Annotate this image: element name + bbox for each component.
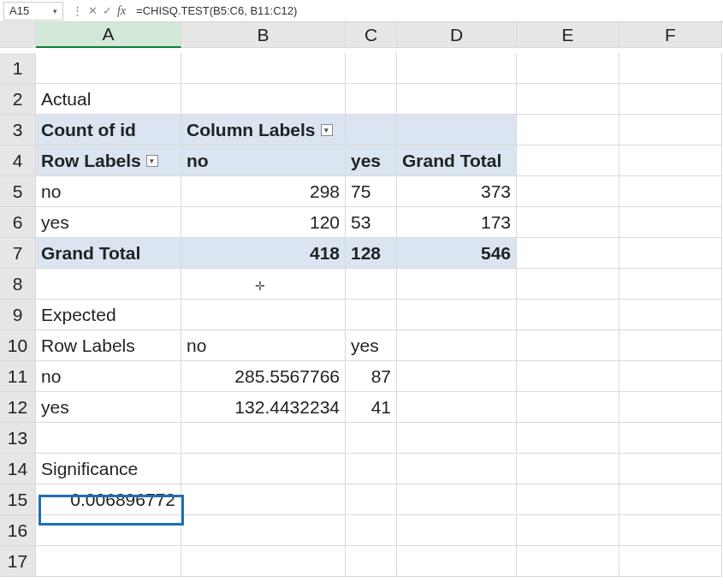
row-header-14[interactable]: 14: [0, 454, 36, 484]
cell-B15[interactable]: [181, 484, 346, 515]
cell-E8[interactable]: [517, 269, 619, 300]
cell-C14[interactable]: [346, 454, 397, 484]
cell-F14[interactable]: [619, 454, 722, 484]
cell-F6[interactable]: [619, 207, 722, 238]
cell-E4[interactable]: [517, 146, 619, 176]
cell-C11[interactable]: 87: [346, 361, 397, 392]
cell-E11[interactable]: [517, 361, 619, 392]
cell-F11[interactable]: [619, 361, 722, 392]
dropdown-icon[interactable]: ▾: [146, 155, 158, 167]
row-header-7[interactable]: 7: [0, 238, 36, 269]
cell-F7[interactable]: [619, 238, 722, 269]
cell-A2[interactable]: Actual: [36, 84, 181, 115]
cell-A15[interactable]: 0.006896772: [36, 484, 181, 515]
cell-B12[interactable]: 132.4432234: [181, 392, 346, 423]
dropdown-icon[interactable]: ▾: [321, 124, 333, 136]
cell-E6[interactable]: [517, 207, 619, 238]
cell-E16[interactable]: [517, 515, 619, 546]
cell-F9[interactable]: [619, 300, 722, 330]
cell-F3[interactable]: [619, 115, 722, 146]
cell-B10[interactable]: no: [181, 330, 346, 361]
row-header-5[interactable]: 5: [0, 176, 36, 207]
cancel-icon[interactable]: ✕: [88, 4, 98, 17]
cell-A8[interactable]: [36, 269, 181, 300]
row-header-4[interactable]: 4: [0, 146, 36, 176]
cell-A12[interactable]: yes: [36, 392, 181, 423]
cell-D13[interactable]: [397, 423, 517, 454]
cell-A13[interactable]: [36, 423, 181, 454]
row-header-2[interactable]: 2: [0, 84, 36, 115]
cell-B5[interactable]: 298: [181, 176, 346, 207]
cell-E17[interactable]: [517, 546, 619, 577]
col-header-E[interactable]: E: [517, 22, 619, 48]
cell-E12[interactable]: [517, 392, 619, 423]
cell-C6[interactable]: 53: [346, 207, 397, 238]
name-box[interactable]: A15 ▾: [3, 2, 63, 21]
cell-A10[interactable]: Row Labels: [36, 330, 181, 361]
cell-B1[interactable]: [181, 53, 346, 84]
cell-B6[interactable]: 120: [181, 207, 346, 238]
cell-E14[interactable]: [517, 454, 619, 484]
cell-E13[interactable]: [517, 423, 619, 454]
cell-F13[interactable]: [619, 423, 722, 454]
cell-B13[interactable]: [181, 423, 346, 454]
cell-B9[interactable]: [181, 300, 346, 330]
cell-F10[interactable]: [619, 330, 722, 361]
cell-F17[interactable]: [619, 546, 722, 577]
cell-E7[interactable]: [517, 238, 619, 269]
cell-E1[interactable]: [517, 53, 619, 84]
row-header-11[interactable]: 11: [0, 361, 36, 392]
cell-E10[interactable]: [517, 330, 619, 361]
cell-E3[interactable]: [517, 115, 619, 146]
cell-C3[interactable]: [346, 115, 397, 146]
cell-D6[interactable]: 173: [397, 207, 517, 238]
cell-C10[interactable]: yes: [346, 330, 397, 361]
cell-D12[interactable]: [397, 392, 517, 423]
cell-D17[interactable]: [397, 546, 517, 577]
cell-C13[interactable]: [346, 423, 397, 454]
cell-B8[interactable]: [181, 269, 346, 300]
cell-F8[interactable]: [619, 269, 722, 300]
cell-D8[interactable]: [397, 269, 517, 300]
col-header-B[interactable]: B: [181, 22, 346, 48]
cell-A3[interactable]: Count of id: [36, 115, 181, 146]
cell-C9[interactable]: [346, 300, 397, 330]
cell-E15[interactable]: [517, 484, 619, 515]
cell-A4[interactable]: Row Labels▾: [36, 146, 181, 176]
cell-D1[interactable]: [397, 53, 517, 84]
cell-D15[interactable]: [397, 484, 517, 515]
cell-F4[interactable]: [619, 146, 722, 176]
cell-B16[interactable]: [181, 515, 346, 546]
cell-A5[interactable]: no: [36, 176, 181, 207]
cell-C8[interactable]: [346, 269, 397, 300]
cell-D4[interactable]: Grand Total: [397, 146, 517, 176]
cell-D7[interactable]: 546: [397, 238, 517, 269]
enter-icon[interactable]: ✓: [103, 4, 112, 17]
select-all-corner[interactable]: [0, 22, 36, 48]
cell-B17[interactable]: [181, 546, 346, 577]
cell-D3[interactable]: [397, 115, 517, 146]
row-header-3[interactable]: 3: [0, 115, 36, 146]
chevron-down-icon[interactable]: ▾: [53, 7, 57, 15]
fx-icon[interactable]: fx: [117, 4, 126, 18]
cell-B2[interactable]: [181, 84, 346, 115]
cell-C4[interactable]: yes: [346, 146, 397, 176]
cell-A6[interactable]: yes: [36, 207, 181, 238]
col-header-A[interactable]: A: [36, 22, 181, 48]
cell-F15[interactable]: [619, 484, 722, 515]
cell-B14[interactable]: [181, 454, 346, 484]
cell-F1[interactable]: [619, 53, 722, 84]
cell-D14[interactable]: [397, 454, 517, 484]
row-header-13[interactable]: 13: [0, 423, 36, 454]
row-header-17[interactable]: 17: [0, 546, 36, 577]
col-header-F[interactable]: F: [619, 22, 722, 48]
spreadsheet-grid[interactable]: A B C D E F 1 2 Actual 3 Count of id Col…: [0, 22, 723, 577]
cell-C2[interactable]: [346, 84, 397, 115]
cell-A1[interactable]: [36, 53, 181, 84]
row-header-12[interactable]: 12: [0, 392, 36, 423]
row-header-1[interactable]: 1: [0, 53, 36, 84]
col-header-D[interactable]: D: [397, 22, 517, 48]
cell-D5[interactable]: 373: [397, 176, 517, 207]
cell-A7[interactable]: Grand Total: [36, 238, 181, 269]
cell-B7[interactable]: 418: [181, 238, 346, 269]
